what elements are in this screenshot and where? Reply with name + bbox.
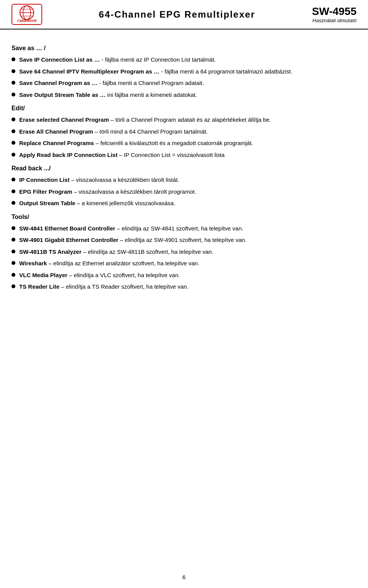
list-item: EPG Filter Program – visszaolvassa a kés… [12, 188, 356, 196]
bullet-icon [12, 284, 15, 288]
bullet-icon [12, 118, 15, 121]
list-item: Save Channel Program as … - fájlba menti… [12, 79, 356, 88]
readback-desc-3: – a kimeneti jellemzők visszaolvasása. [75, 200, 175, 206]
list-item: SW-4811B TS Analyzer – elindítja az SW-4… [12, 248, 356, 256]
save-heading: Save as … / [12, 45, 356, 52]
save-item-4-text: Save Output Stream Table as … ini fájlba… [19, 91, 356, 100]
edit-term-3: Replace Channel Programs [19, 140, 94, 146]
edit-item-4-text: Apply Read back IP Connection List – IP … [19, 151, 356, 160]
logo-svg: CableWorld [13, 5, 40, 24]
bullet-icon [12, 226, 15, 230]
page-header: CableWorld 64-Channel EPG Remultiplexer … [0, 0, 368, 29]
list-item: Apply Read back IP Connection List – IP … [12, 151, 356, 160]
readback-item-2-text: EPG Filter Program – visszaolvassa a kés… [19, 188, 356, 196]
bullet-icon [12, 201, 15, 205]
list-item: Wireshark – elindítja az Ethernet analiz… [12, 259, 356, 268]
bullet-icon [12, 273, 15, 277]
tools-item-5-text: VLC Media Player – elindítja a VLC szoft… [19, 271, 356, 280]
edit-item-3-text: Replace Channel Programs – felcseréli a … [19, 139, 356, 148]
page-content: Save as … / Save IP Connection List as …… [0, 37, 368, 320]
save-item-3-text: Save Channel Program as … - fájlba menti… [19, 79, 356, 88]
readback-item-1-text: IP Connection List – visszaolvassa a kés… [19, 176, 356, 185]
bullet-icon [12, 93, 15, 96]
cableworld-logo: CableWorld [12, 4, 42, 25]
bullet-icon [12, 129, 15, 133]
bullet-icon [12, 57, 15, 61]
bullet-icon [12, 81, 15, 85]
document-subtitle: Használati útmutató [312, 18, 356, 23]
save-section: Save as … / Save IP Connection List as …… [12, 45, 356, 99]
page-footer: 6 [0, 574, 368, 580]
tools-item-3-text: SW-4811B TS Analyzer – elindítja az SW-4… [19, 248, 356, 256]
header-right: SW-4955 Használati útmutató [312, 5, 356, 23]
list-item: Erase selected Channel Program – törli a… [12, 116, 356, 124]
edit-heading: Edit/ [12, 105, 356, 112]
save-desc-3: - fájlba menti a Channel Program adatait… [97, 80, 204, 86]
bullet-icon [12, 250, 15, 253]
save-item-1-text: Save IP Connection List as … - fájlba me… [19, 56, 356, 64]
model-number: SW-4955 [312, 5, 356, 18]
readback-term-3: Output Stream Table [19, 200, 75, 206]
tools-desc-5: – elindítja a VLC szoftvert, ha telepítv… [67, 272, 180, 278]
header-title: 64-Channel EPG Remultiplexer [42, 9, 312, 20]
save-list: Save IP Connection List as … - fájlba me… [12, 56, 356, 99]
list-item: IP Connection List – visszaolvassa a kés… [12, 176, 356, 185]
tools-item-4-text: Wireshark – elindítja az Ethernet analiz… [19, 259, 356, 268]
tools-list: SW-4841 Ethernet Board Controller – elin… [12, 224, 356, 291]
edit-term-4: Apply Read back IP Connection List [19, 152, 117, 158]
edit-desc-1: – törli a Channel Program adatait és az … [109, 116, 271, 123]
save-term-3: Save Channel Program as … [19, 80, 97, 86]
tools-term-5: VLC Media Player [19, 272, 67, 278]
tools-heading: Tools/ [12, 214, 356, 220]
tools-desc-3: – elindítja az SW-4811B szoftvert, ha te… [82, 248, 214, 255]
edit-list: Erase selected Channel Program – törli a… [12, 116, 356, 159]
bullet-icon [12, 261, 15, 265]
bullet-icon [12, 238, 15, 242]
bullet-icon [12, 69, 15, 73]
list-item: SW-4901 Gigabit Ethernet Controller – el… [12, 236, 356, 245]
tools-term-1: SW-4841 Ethernet Board Controller [19, 225, 115, 232]
readback-desc-2: – visszaolvassa a készülékben tárolt pro… [72, 188, 196, 195]
save-term-1: Save IP Connection List as … [19, 56, 100, 63]
edit-item-2-text: Erase All Channel Program – törli mind a… [19, 127, 356, 136]
readback-term-2: EPG Filter Program [19, 188, 72, 195]
page-number: 6 [182, 574, 186, 580]
list-item: VLC Media Player – elindítja a VLC szoft… [12, 271, 356, 280]
edit-section: Edit/ Erase selected Channel Program – t… [12, 105, 356, 159]
save-term-2: Save 64 Channel IPTV Remultiplexer Progr… [19, 68, 159, 75]
edit-desc-3: – felcseréli a kiválasztott és a megadot… [94, 140, 253, 146]
list-item: Save IP Connection List as … - fájlba me… [12, 56, 356, 64]
list-item: Save Output Stream Table as … ini fájlba… [12, 91, 356, 100]
list-item: Replace Channel Programs – felcseréli a … [12, 139, 356, 148]
tools-desc-6: – elindítja a TS Reader szoftvert, ha te… [59, 283, 189, 290]
list-item: Output Stream Table – a kimeneti jellemz… [12, 199, 356, 208]
tools-term-4: Wireshark [19, 260, 47, 266]
readback-item-3-text: Output Stream Table – a kimeneti jellemz… [19, 199, 356, 208]
readback-list: IP Connection List – visszaolvassa a kés… [12, 176, 356, 208]
tools-term-6: TS Reader Lite [19, 283, 59, 290]
tools-item-1-text: SW-4841 Ethernet Board Controller – elin… [19, 224, 356, 233]
tools-desc-2: – elindítja az SW-4901 szoftvert, ha tel… [118, 237, 246, 243]
bullet-icon [12, 178, 15, 181]
tools-term-3: SW-4811B TS Analyzer [19, 248, 82, 255]
save-term-4: Save Output Stream Table as … [19, 91, 106, 98]
readback-desc-1: – visszaolvassa a készülékben tárolt lis… [69, 176, 179, 183]
bullet-icon [12, 189, 15, 193]
tools-item-2-text: SW-4901 Gigabit Ethernet Controller – el… [19, 236, 356, 245]
tools-desc-4: – elindítja az Ethernet analizátor szoft… [47, 260, 199, 266]
logo-area: CableWorld [12, 4, 42, 25]
list-item: Erase All Channel Program – törli mind a… [12, 127, 356, 136]
list-item: SW-4841 Ethernet Board Controller – elin… [12, 224, 356, 233]
edit-desc-2: – törli mind a 64 Channel Program tartal… [93, 128, 208, 135]
readback-term-1: IP Connection List [19, 176, 69, 183]
save-item-2-text: Save 64 Channel IPTV Remultiplexer Progr… [19, 67, 356, 76]
bullet-icon [12, 153, 15, 157]
save-desc-1: - fájlba menti az IP Connection List tar… [100, 56, 216, 63]
tools-term-2: SW-4901 Gigabit Ethernet Controller [19, 237, 118, 243]
edit-desc-4: – IP Connection List = visszaolvasott li… [117, 152, 224, 158]
document-title: 64-Channel EPG Remultiplexer [42, 9, 312, 20]
save-desc-2: - fájlba menti a 64 programot tartalmazó… [159, 68, 292, 75]
list-item: TS Reader Lite – elindítja a TS Reader s… [12, 283, 356, 291]
save-desc-4: ini fájlba menti a kimeneti adatokat. [106, 91, 197, 98]
tools-item-6-text: TS Reader Lite – elindítja a TS Reader s… [19, 283, 356, 291]
